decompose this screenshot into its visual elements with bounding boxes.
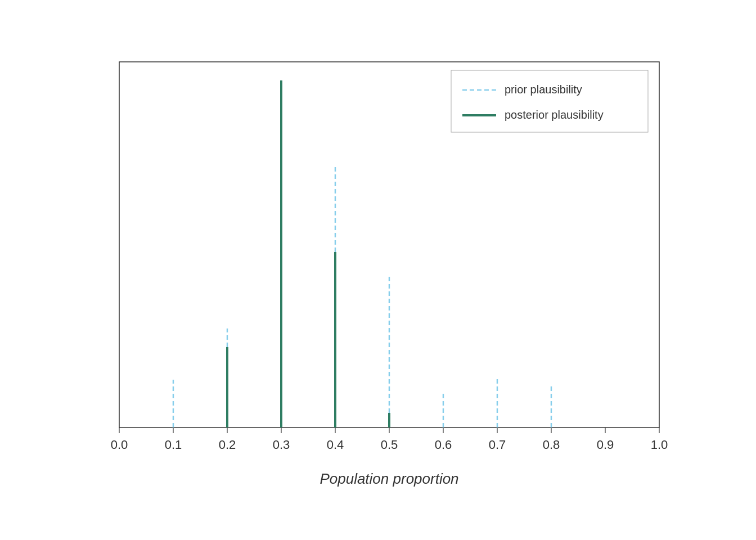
legend-prior-label: prior plausibility [505, 83, 582, 96]
x-axis-title: Population proportion [320, 470, 458, 487]
svg-text:0.0: 0.0 [111, 438, 128, 452]
legend-posterior-label: posterior plausibility [505, 109, 604, 121]
x-axis-ticks [119, 428, 659, 433]
chart-container: 0.0 0.1 0.2 0.3 0.4 0.5 0.6 0.7 0.8 0.9 … [69, 39, 687, 501]
svg-text:0.3: 0.3 [273, 438, 290, 452]
svg-text:0.2: 0.2 [219, 438, 236, 452]
x-axis-labels: 0.0 0.1 0.2 0.3 0.4 0.5 0.6 0.7 0.8 0.9 … [111, 438, 668, 452]
svg-text:0.1: 0.1 [165, 438, 182, 452]
svg-text:0.5: 0.5 [381, 438, 398, 452]
svg-text:0.8: 0.8 [543, 438, 560, 452]
svg-text:0.9: 0.9 [597, 438, 614, 452]
svg-text:1.0: 1.0 [651, 438, 668, 452]
svg-text:0.4: 0.4 [327, 438, 344, 452]
svg-text:0.7: 0.7 [489, 438, 506, 452]
svg-text:0.6: 0.6 [435, 438, 452, 452]
legend-box [451, 70, 648, 132]
